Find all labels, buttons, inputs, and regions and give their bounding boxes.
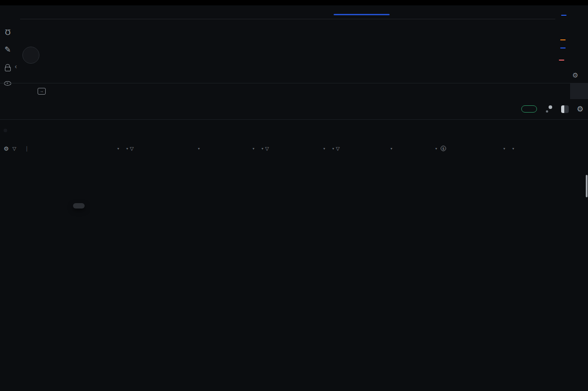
layout-panel-icon[interactable]: [561, 105, 569, 113]
header-separator: |: [26, 145, 27, 152]
wallet-filter-icon[interactable]: ▽: [13, 146, 16, 152]
time-axis[interactable]: [0, 71, 588, 80]
sol-filter-icon[interactable]: ▽: [130, 146, 133, 152]
chart-section: Ω ✎ ‹ ⚙ →: [0, 0, 588, 99]
pane-divider[interactable]: [20, 19, 555, 19]
settings-gear-icon[interactable]: ⚙: [577, 104, 584, 114]
instant-trade-button[interactable]: [521, 105, 537, 113]
chart-bottom-right: [538, 83, 588, 99]
bundler-tooltip: [73, 203, 85, 209]
signal-value-badge: [560, 39, 566, 40]
bubble-map-icon[interactable]: [545, 105, 553, 113]
bought-filter-icon[interactable]: ▽: [265, 146, 269, 152]
price-scale-badge: [561, 15, 567, 16]
top-traders-screen: Ω ✎ ‹ ⚙ →: [0, 0, 588, 391]
col-sol-bal[interactable]: ▾ ▾ ▽: [112, 146, 193, 152]
sold-filter-icon[interactable]: ▽: [336, 146, 339, 152]
magnet-icon[interactable]: Ω: [5, 28, 11, 36]
col-remaining[interactable]: ▾ $: [430, 146, 499, 151]
calendar-range-icon[interactable]: →: [38, 88, 46, 95]
macd-value-badge: [560, 48, 566, 48]
section-tabs: ⚙: [0, 99, 588, 120]
tabs-right-controls: ⚙: [521, 104, 584, 114]
filter-chips: [4, 129, 7, 132]
currency-toggle-icon[interactable]: $: [441, 146, 446, 151]
draw-lock-icon[interactable]: ✎: [4, 46, 11, 54]
tradingview-logo[interactable]: [22, 47, 39, 64]
collapse-panel-icon[interactable]: ‹: [15, 63, 17, 70]
col-bought[interactable]: ▾ ▾ ▽: [244, 146, 316, 152]
auto-scale-button[interactable]: [570, 83, 588, 99]
col-pnl[interactable]: ▾: [383, 147, 430, 151]
table-header: ⚙ ▽ | ▾ ▾ ▽ ▾ ▾ ▾ ▽ ▾ ▾ ▽ ▾: [0, 141, 588, 156]
col-sold[interactable]: ▾ ▾ ▽: [316, 146, 383, 152]
col-funding[interactable]: ▾ ▾: [499, 147, 588, 151]
filter-bar: [0, 120, 588, 134]
price-line-fragment: [334, 14, 390, 15]
wallet-settings-icon[interactable]: ⚙: [4, 145, 9, 152]
top-black-bar: [0, 0, 588, 5]
scrollbar-thumb[interactable]: [586, 175, 588, 197]
col-wallet[interactable]: ⚙ ▽ |: [0, 145, 112, 152]
col-wallet-created[interactable]: ▾: [193, 147, 244, 151]
price-scale-settings-icon[interactable]: ⚙: [572, 71, 578, 79]
chart-bottom-bar: →: [0, 83, 588, 99]
histogram-value-badge: [559, 60, 564, 61]
